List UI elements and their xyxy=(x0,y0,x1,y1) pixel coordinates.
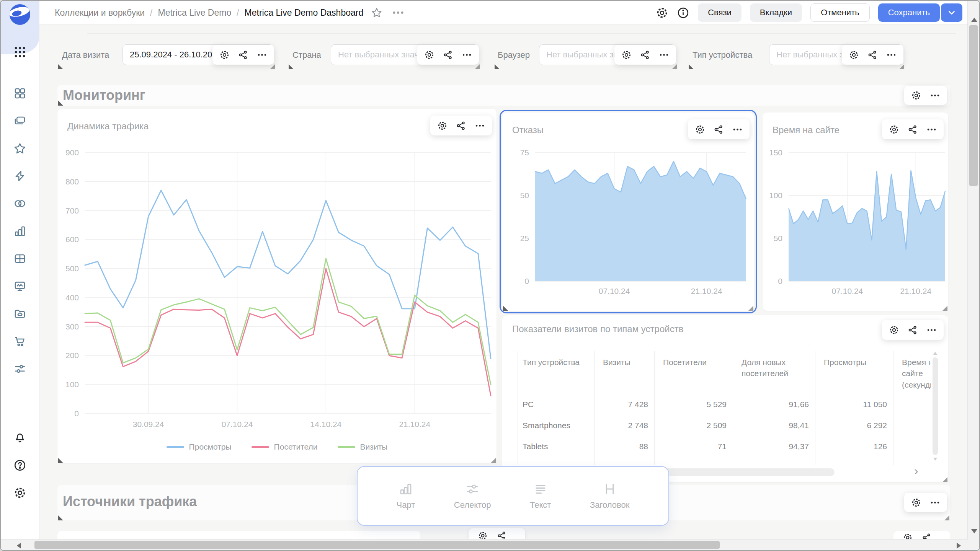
legend-item-visits[interactable]: Визиты xyxy=(338,442,388,452)
sidebar-item-marketplace[interactable] xyxy=(13,335,26,348)
gear-icon[interactable] xyxy=(849,50,859,60)
ellipsis-icon[interactable] xyxy=(886,50,897,60)
toolbar-chart-button[interactable]: Чарт xyxy=(397,482,415,510)
rel-icon[interactable] xyxy=(640,50,650,60)
resize-handle[interactable] xyxy=(503,306,508,311)
toolbar-heading-button[interactable]: Заголовок xyxy=(590,482,629,510)
vertical-scrollbar-track[interactable] xyxy=(967,1,979,540)
ellipsis-icon[interactable] xyxy=(659,50,669,60)
column-header[interactable]: Время на сайте (секунды) xyxy=(893,351,931,394)
ellipsis-icon[interactable] xyxy=(257,50,267,60)
breadcrumb-collections[interactable]: Коллекции и воркбуки xyxy=(55,8,145,18)
gear-icon[interactable] xyxy=(911,90,921,101)
column-header[interactable]: Визиты xyxy=(595,351,655,394)
gear-icon[interactable] xyxy=(889,325,899,335)
all-services-icon[interactable] xyxy=(13,45,27,59)
resize-handle[interactable] xyxy=(748,306,753,311)
settings-gear-icon[interactable] xyxy=(13,486,26,499)
horizontal-scrollbar-thumb[interactable] xyxy=(34,541,720,549)
sidebar-item-charts[interactable] xyxy=(13,225,26,238)
table-vertical-scrollbar[interactable] xyxy=(933,357,938,455)
save-button[interactable]: Сохранить xyxy=(878,3,940,22)
resize-handle[interactable] xyxy=(58,101,63,106)
column-header[interactable]: Тип устройства xyxy=(518,351,595,394)
dashboard-settings-gear-icon[interactable] xyxy=(656,7,668,19)
rel-icon[interactable] xyxy=(443,50,453,60)
resize-handle[interactable] xyxy=(58,64,63,69)
ellipsis-icon[interactable] xyxy=(462,50,472,60)
resize-handle[interactable] xyxy=(58,458,63,463)
gear-icon[interactable] xyxy=(437,121,448,131)
resize-handle[interactable] xyxy=(475,64,480,69)
ellipsis-icon[interactable] xyxy=(926,325,937,335)
rel-icon[interactable] xyxy=(456,121,466,131)
vertical-scrollbar-thumb[interactable] xyxy=(969,25,978,186)
resize-handle[interactable] xyxy=(58,515,63,520)
scroll-left-icon[interactable] xyxy=(17,543,21,549)
sidebar-item-services[interactable] xyxy=(13,362,26,375)
sidebar-item-collections[interactable] xyxy=(13,114,26,127)
resize-handle[interactable] xyxy=(942,306,947,311)
resize-handle[interactable] xyxy=(270,64,275,69)
sidebar-item-favorites[interactable] xyxy=(13,142,26,155)
ellipsis-icon[interactable] xyxy=(930,90,940,101)
scroll-down-icon[interactable] xyxy=(971,529,977,533)
gear-icon[interactable] xyxy=(889,124,899,135)
filter-country: Страна Нет выбранных значений xyxy=(288,41,480,69)
datalens-logo-icon[interactable] xyxy=(9,4,31,25)
gear-icon[interactable] xyxy=(219,50,230,60)
gear-icon[interactable] xyxy=(695,124,705,135)
ellipsis-icon[interactable] xyxy=(475,121,485,131)
save-dropdown-button[interactable] xyxy=(941,3,962,22)
rel-icon[interactable] xyxy=(908,124,918,135)
help-icon[interactable] xyxy=(13,459,26,472)
gear-icon[interactable] xyxy=(911,497,921,508)
resize-handle[interactable] xyxy=(289,64,294,69)
scroll-up-icon[interactable] xyxy=(971,18,977,22)
notifications-bell-icon[interactable] xyxy=(13,431,26,444)
more-menu-icon[interactable] xyxy=(392,6,405,19)
resize-handle[interactable] xyxy=(899,64,904,69)
rel-icon[interactable] xyxy=(867,50,878,60)
table-scroll-down-icon[interactable] xyxy=(933,458,937,461)
column-header[interactable]: Просмотры xyxy=(815,351,893,394)
sidebar-item-monitoring[interactable] xyxy=(13,280,26,293)
cancel-button[interactable]: Отменить xyxy=(810,3,870,22)
favorite-star-icon[interactable] xyxy=(371,7,382,18)
toolbar-text-button[interactable]: Текст xyxy=(530,482,551,510)
sidebar-item-storage[interactable] xyxy=(13,307,26,320)
table-scroll-up-icon[interactable] xyxy=(933,352,937,355)
gear-icon[interactable] xyxy=(424,50,434,60)
value-cell: 2 509 xyxy=(655,415,733,436)
ellipsis-icon[interactable] xyxy=(930,497,940,508)
toolbar-selector-button[interactable]: Селектор xyxy=(454,482,491,510)
sidebar-item-datasets[interactable] xyxy=(13,197,26,210)
resize-handle[interactable] xyxy=(689,64,694,69)
breadcrumb-workbook[interactable]: Metrica Live Demo xyxy=(158,8,231,18)
info-icon[interactable] xyxy=(677,7,689,19)
sidebar-item-connections[interactable] xyxy=(13,170,26,183)
rel-icon[interactable] xyxy=(908,325,918,335)
ellipsis-icon[interactable] xyxy=(926,124,937,135)
legend-item-visitors[interactable]: Посетители xyxy=(252,442,318,452)
column-header[interactable]: Посетители xyxy=(655,351,733,394)
sidebar-item-dashboards[interactable] xyxy=(13,87,26,100)
horizontal-scrollbar-track[interactable] xyxy=(1,539,968,550)
resize-handle[interactable] xyxy=(944,515,949,520)
resize-handle[interactable] xyxy=(942,477,947,482)
ellipsis-icon[interactable] xyxy=(732,124,743,135)
column-header[interactable]: Доля новых посетителей xyxy=(733,351,815,394)
relations-button[interactable]: Связи xyxy=(698,3,742,22)
legend-item-views[interactable]: Просмотры xyxy=(167,442,232,452)
sidebar-item-tables[interactable] xyxy=(13,252,26,265)
rel-icon[interactable] xyxy=(238,50,248,60)
resize-handle[interactable] xyxy=(495,64,500,69)
scroll-right-icon[interactable] xyxy=(957,543,961,549)
resize-handle[interactable] xyxy=(672,64,677,69)
rel-icon[interactable] xyxy=(714,124,724,135)
value-cell: 91,66 xyxy=(733,394,815,415)
tabs-button[interactable]: Вкладки xyxy=(750,3,802,22)
table-scroll-right-icon[interactable]: › xyxy=(914,464,918,478)
resize-handle[interactable] xyxy=(491,458,496,463)
gear-icon[interactable] xyxy=(621,50,632,60)
